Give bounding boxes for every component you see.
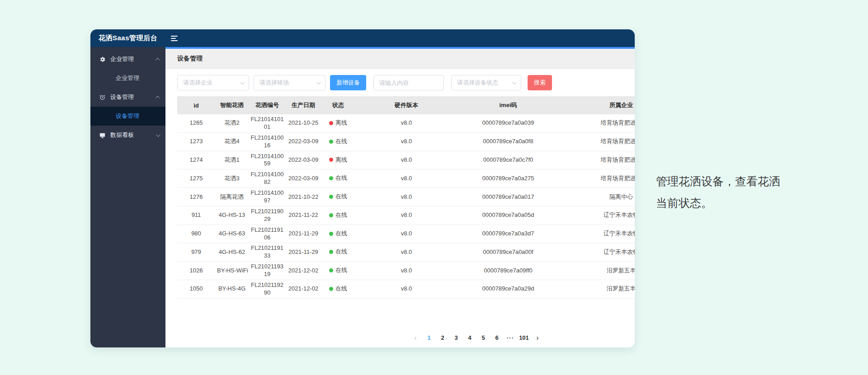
cell-imei: 0000789ce7a0a3d7 [458,225,559,243]
page-title: 设备管理 [177,55,203,63]
sidebar-item-label: 设备管理 [110,93,151,101]
sidebar-item-device[interactable]: 设备管理 [90,88,165,107]
page-button-3[interactable]: 3 [450,332,462,344]
collapse-menu-icon[interactable] [171,36,178,41]
status-label: 在线 [335,248,347,256]
online-status-dot [329,250,333,254]
cell-imei: 0000789ce7a0a0f8 [458,132,559,151]
sidebar-item-enterprise[interactable]: 企业管理 [90,50,165,69]
cell-id: 911 [177,206,215,225]
annotation-line-1: 管理花洒设备，查看花洒 [656,170,810,192]
alarm-clock-icon [99,94,106,101]
farm-select[interactable]: 请选择猪场 [254,75,326,90]
prev-page-button[interactable]: ‹ [410,332,421,344]
cell-device-code: FL2101410059 [249,151,286,169]
cell-hardware-version: v8.0 [355,280,458,299]
cell-id: 1276 [177,188,215,206]
cell-imei: 0000789ce7a09ff0 [458,262,559,280]
cell-company: 培育场育肥进栏 [559,169,635,188]
chevron-down-icon [512,80,517,84]
cell-device-name: 隔离花洒 [215,188,249,206]
device-status-select[interactable]: 请选择设备状态 [451,75,521,90]
page-button-6[interactable]: 6 [491,332,503,344]
pagination: ‹123456···101› [410,332,635,344]
cell-status: 在线 [321,132,355,151]
chevron-down-icon [240,80,245,84]
column-header: 所属企业 [559,96,635,114]
cell-id: 1265 [177,114,215,132]
content-input-wrap [373,75,444,90]
cell-company: 汨罗新五丰 [559,262,635,280]
cell-hardware-version: v8.0 [355,243,458,262]
status-label: 在线 [335,285,347,293]
cell-hardware-version: v8.0 [355,114,458,132]
more-pages-ellipsis[interactable]: ··· [505,332,516,344]
cell-status: 离线 [321,151,355,169]
sidebar-subitem-device-active[interactable]: 设备管理 [90,107,165,126]
cell-production-date: 2021-11-22 [286,206,321,225]
content-input[interactable] [379,80,438,86]
cell-hardware-version: v8.0 [355,151,458,169]
sidebar-item-label: 数据看板 [110,131,151,139]
cell-device-name: 花洒3 [215,169,249,188]
page: 花洒Saas管理后台 企业管理企业管理设备管理设备管理数据看板 设备管理 请选择… [0,0,868,375]
cell-device-code: FL2102119133 [249,243,286,262]
chevron-down-icon [316,80,321,84]
cell-hardware-version: v8.0 [355,169,458,188]
column-header: id [177,96,215,114]
cell-production-date: 2022-03-09 [286,169,321,188]
page-button-5[interactable]: 5 [477,332,489,344]
online-status-dot [329,268,333,272]
app-title: 花洒Saas管理后台 [90,34,157,42]
cell-status: 在线 [321,225,355,243]
table-row: 1274花洒1FL21014100592022-03-09离线v8.000007… [177,151,635,169]
online-status-dot [329,140,333,144]
online-status-dot [329,176,333,180]
cell-company: 辽宁禾丰农牧 [559,225,635,243]
page-button-101[interactable]: 101 [518,332,530,344]
online-status-dot [329,213,333,217]
cell-hardware-version: v8.0 [355,262,458,280]
content-area: 请选择企业 请选择猪场 新增设备 请选择设备状态 [165,69,635,347]
table-row: 1265花洒2FL21014101012021-10-25离线v8.000007… [177,114,635,132]
cell-status: 在线 [321,262,355,280]
column-header: 生产日期 [286,96,321,114]
sidebar: 企业管理企业管理设备管理设备管理数据看板 [90,47,165,347]
cell-device-code: FL2101410101 [249,114,286,132]
status-label: 在线 [335,193,347,201]
cell-hardware-version: v8.0 [355,225,458,243]
next-page-button[interactable]: › [532,332,543,344]
cell-device-name: 花洒1 [215,151,249,169]
status-label: 在线 [335,230,347,238]
cell-id: 980 [177,225,215,243]
cell-device-code: FL2102119106 [249,225,286,243]
cell-production-date: 2021-12-02 [286,262,321,280]
cell-id: 1273 [177,132,215,151]
cell-status: 在线 [321,280,355,299]
page-button-4[interactable]: 4 [464,332,476,344]
sidebar-item-dashboard[interactable]: 数据看板 [90,126,165,145]
cell-hardware-version: v8.0 [355,132,458,151]
status-label: 在线 [335,211,347,219]
cell-device-name: 花洒2 [215,114,249,132]
add-device-button[interactable]: 新增设备 [330,75,366,90]
enterprise-select[interactable]: 请选择企业 [177,75,249,90]
page-button-1[interactable]: 1 [423,332,435,344]
breadcrumb: 设备管理 [165,49,635,69]
chevron-down-icon [156,132,160,137]
cell-id: 1026 [177,262,215,280]
sidebar-item-label: 企业管理 [110,55,151,63]
cell-device-name: 4G-HS-62 [215,243,249,262]
cell-device-name: BY-HS-4G [215,280,249,299]
main-panel: 设备管理 请选择企业 请选择猪场 新增设备 [165,47,635,347]
sidebar-subitem-enterprise[interactable]: 企业管理 [90,69,165,88]
cell-status: 离线 [321,114,355,132]
table-row: 1276隔离花洒FL21014100972021-10-22在线v8.00000… [177,188,635,206]
offline-status-dot [329,158,333,162]
cell-imei: 0000789ce7a0a05d [458,206,559,225]
cell-status: 在线 [321,243,355,262]
page-button-2[interactable]: 2 [437,332,448,344]
cell-device-name: 花洒4 [215,132,249,151]
table-header-row: id智能花洒花洒编号生产日期状态硬件版本imei码所属企业 [177,96,635,114]
search-button[interactable]: 搜索 [528,75,552,90]
